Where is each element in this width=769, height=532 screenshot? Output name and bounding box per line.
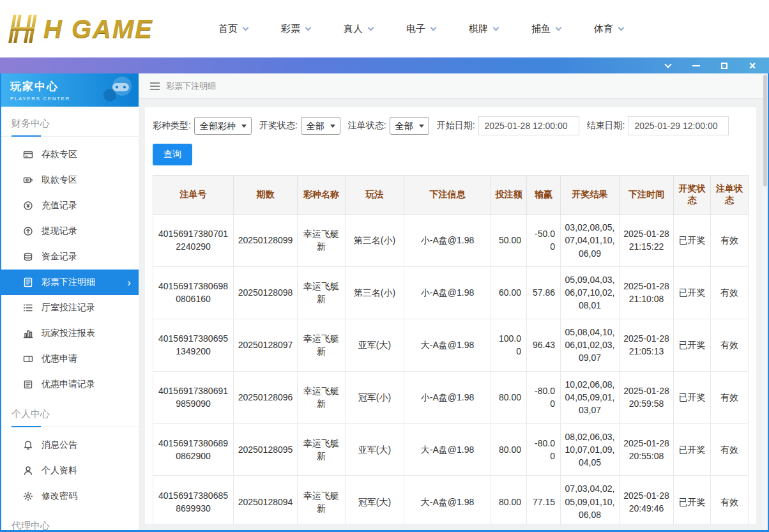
sidebar-item-promo-apply[interactable]: 优惠申请 — [1, 346, 139, 372]
top-header: H GAME 首页 彩票 真人 电子 棋牌 — [0, 0, 769, 57]
lottery-type-label: 彩种类型: — [153, 120, 191, 132]
sidebar-item-deposit-zone[interactable]: 存款专区 — [1, 142, 139, 167]
sidebar-header: 玩家中心 PLAYERS CENTER — [1, 73, 139, 107]
sidebar-item-recharge-records[interactable]: 充值记录 — [1, 193, 139, 218]
end-date-input[interactable] — [628, 116, 729, 135]
sidebar-item-player-bet-report[interactable]: 玩家投注报表 — [1, 321, 139, 346]
cell-win-loss: 96.43 — [527, 319, 561, 371]
nav-label: 棋牌 — [469, 23, 488, 35]
nav-item-slots[interactable]: 电子 — [406, 23, 436, 35]
nav-item-home[interactable]: 首页 — [218, 23, 248, 35]
start-date-label: 开始日期: — [437, 120, 475, 132]
chevron-down-icon — [618, 24, 625, 31]
minimize-icon[interactable] — [691, 61, 701, 71]
sidebar-item-withdraw-zone[interactable]: 取款专区 — [1, 167, 139, 193]
logo-hh-monogram-icon — [6, 15, 41, 43]
cell-draw-status: 已开奖 — [674, 476, 711, 524]
breadcrumb: 彩票下注明细 — [139, 73, 763, 99]
cell-bet-id: 401569173807012240290 — [153, 215, 234, 267]
sidebar-item-label: 玩家投注报表 — [42, 328, 95, 339]
draw-status-select[interactable]: 全部 — [301, 117, 340, 135]
section-heading-agent: 代理中心 — [1, 509, 139, 530]
cell-draw-result: 10,02,06,08,04,05,09,01,03,07 — [561, 371, 620, 423]
cell-bet-amount: 80.00 — [491, 423, 527, 476]
cell-bet-id: 401569173806980806160 — [153, 266, 234, 319]
sidebar-item-profile[interactable]: 个人资料 — [1, 458, 139, 483]
column-header-win-loss: 输赢 — [527, 176, 561, 215]
cell-bet-info: 小-A盘@1.98 — [404, 215, 491, 267]
cell-bet-time: 2025-01-28 21:10:08 — [620, 266, 674, 319]
nav-item-lottery[interactable]: 彩票 — [281, 23, 310, 35]
cell-draw-status: 已开奖 — [674, 423, 711, 476]
sidebar-item-promo-apply-records[interactable]: 优惠申请记录 — [1, 372, 139, 397]
column-header-bet-info: 下注信息 — [404, 176, 491, 215]
sidebar-item-lottery-bet-details[interactable]: 彩票下注明细 › — [1, 270, 139, 295]
sidebar-item-announcements[interactable]: 消息公告 — [1, 432, 139, 458]
sidebar-item-change-password[interactable]: 修改密码 — [1, 483, 139, 509]
cell-bet-amount: 80.00 — [491, 371, 527, 423]
app-window: H GAME 首页 彩票 真人 电子 棋牌 — [0, 0, 769, 532]
cell-play-type: 亚军(大) — [346, 319, 404, 371]
nav-item-fishing[interactable]: 捕鱼 — [531, 23, 561, 35]
cell-bet-id: 401569173806858699930 — [153, 476, 234, 524]
nav-item-sports[interactable]: 体育 — [594, 23, 623, 35]
personal-menu: 消息公告 个人资料 修改密码 — [1, 427, 139, 509]
cell-play-type: 第三名(小) — [346, 215, 404, 267]
logo-text: H GAME — [43, 15, 153, 43]
draw-status-label: 开奖状态: — [259, 120, 298, 132]
bell-icon — [23, 440, 33, 450]
chevron-down-icon — [556, 24, 562, 31]
sidebar-item-funds-records[interactable]: 资金记录 — [1, 244, 139, 270]
section-heading-personal: 个人中心 — [1, 397, 139, 427]
window-titlebar[interactable]: × — [0, 57, 769, 73]
cell-period: 20250128095 — [234, 423, 298, 476]
close-icon[interactable]: × — [747, 61, 758, 71]
lottery-type-select[interactable]: 全部彩种 — [194, 117, 252, 135]
cell-draw-result: 07,03,04,02,05,09,01,10,06,08 — [561, 476, 620, 524]
cell-draw-status: 已开奖 — [674, 215, 711, 267]
sidebar-item-cashout-records[interactable]: 提现记录 — [1, 218, 139, 244]
scrollbar-thumb[interactable] — [763, 75, 767, 186]
nav-item-live[interactable]: 真人 — [344, 23, 373, 35]
cell-period: 20250128098 — [234, 266, 298, 319]
cell-bet-info: 大-A盘@1.98 — [404, 423, 491, 476]
cell-win-loss: -50.00 — [527, 215, 561, 267]
nav-item-cards[interactable]: 棋牌 — [469, 23, 498, 35]
app-logo[interactable]: H GAME — [9, 15, 194, 43]
table-row: 40156917380701224029020250128099幸运飞艇新第三名… — [153, 215, 749, 267]
search-button[interactable]: 查询 — [153, 144, 192, 165]
column-header-bet-id: 注单号 — [153, 176, 234, 215]
sidebar-item-label: 消息公告 — [42, 439, 77, 451]
chevron-down-icon[interactable] — [663, 61, 673, 71]
bet-status-select[interactable]: 全部 — [390, 117, 429, 135]
withdraw-icon — [23, 175, 33, 185]
column-header-bet-status: 注单状态 — [711, 176, 749, 215]
cell-win-loss: -80.00 — [527, 371, 561, 423]
start-date-input[interactable] — [478, 116, 579, 135]
cell-bet-time: 2025-01-28 20:55:08 — [620, 423, 674, 476]
cell-bet-status: 有效 — [711, 423, 749, 476]
cell-lottery-name: 幸运飞艇新 — [298, 215, 346, 267]
hamburger-menu-icon[interactable] — [150, 82, 160, 90]
cell-bet-time: 2025-01-28 20:59:58 — [620, 371, 674, 423]
gamepad-icon — [98, 76, 136, 107]
cell-bet-id: 401569173806890862900 — [153, 423, 234, 476]
cell-draw-result: 08,02,06,03,10,07,01,09,04,05 — [561, 423, 620, 476]
cell-win-loss: 57.86 — [527, 266, 561, 319]
sidebar-item-label: 充值记录 — [42, 200, 77, 211]
chevron-down-icon — [493, 24, 499, 31]
cell-lottery-name: 幸运飞艇新 — [298, 423, 346, 476]
nav-label: 真人 — [344, 23, 363, 35]
chevron-down-icon — [430, 24, 437, 31]
maximize-icon[interactable] — [719, 61, 729, 71]
cell-draw-result: 05,09,04,03,06,07,10,02,08,01 — [561, 266, 620, 319]
vertical-scrollbar[interactable] — [763, 73, 768, 530]
section-heading-finance: 财务中心 — [1, 107, 139, 137]
funds-record-icon — [23, 252, 33, 262]
cell-bet-info: 小-A盘@1.98 — [404, 371, 491, 423]
sidebar-item-label: 修改密码 — [42, 490, 77, 502]
cell-bet-status: 有效 — [711, 215, 749, 267]
sidebar-item-hall-bet-records[interactable]: 厅室投注记录 — [1, 295, 139, 321]
cell-draw-status: 已开奖 — [674, 319, 711, 371]
main-nav: 首页 彩票 真人 电子 棋牌 捕鱼 — [218, 23, 623, 35]
